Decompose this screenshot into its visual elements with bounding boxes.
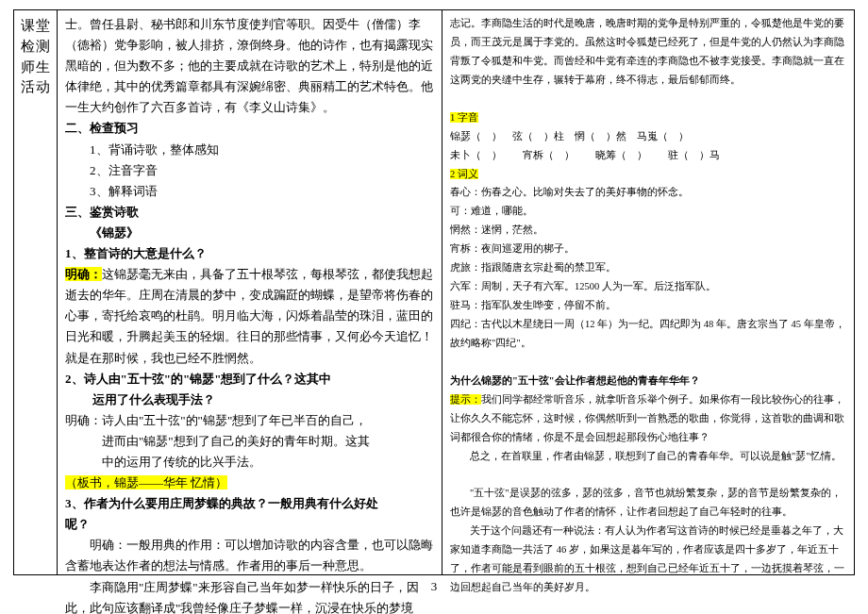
board-note: （板书，锦瑟——华年 忆情）: [65, 473, 434, 493]
label-line-4: 活动: [18, 77, 53, 98]
label-line-2: 检测: [18, 37, 53, 58]
vocab-label: 2 词义: [450, 169, 478, 179]
answer-2-line-2: 进而由"锦瑟"想到了自己的美好的青年时期。这其: [65, 431, 434, 452]
vocab-item-8: 四纪：古代以木星绕日一周（12 年）为一纪。四纪即为 48 年。唐玄宗当了 45…: [450, 315, 846, 353]
phonetics-heading: 1 字音: [450, 108, 846, 127]
hint-paragraph: 提示：我们同学都经常听音乐，就拿听音乐举个例子。如果你有一段比较伤心的往事，让你…: [450, 390, 846, 447]
phonetics-line-1: 锦瑟（ ） 弦（ ）柱 惘（ ）然 马嵬（ ）: [450, 127, 846, 146]
teacher-content-column: 士。曾任县尉、秘书郎和川东节度使判官等职。因受牛（僧儒）李（德裕）党争影响，被人…: [58, 10, 442, 574]
vocab-item-5: 虎旅：指跟随唐玄宗赴蜀的禁卫军。: [450, 258, 846, 277]
hint-label: 提示：: [450, 394, 481, 405]
explain-para-2: 关于这个问题还有一种说法：有人认为作者写这首诗的时候已经是垂暮之年了，大家知道李…: [450, 522, 846, 597]
vocab-heading: 2 词义: [450, 165, 846, 184]
question-3-line-2: 呢？: [65, 514, 434, 535]
section-3-heading: 三、鉴赏诗歌: [65, 202, 434, 223]
board-note-text: （板书，锦瑟——华年 忆情）: [65, 475, 227, 490]
section-2-heading: 二、检查预习: [65, 118, 434, 139]
answer-2-line-3: 中的运用了传统的比兴手法。: [65, 452, 434, 473]
question-3-line-1: 3、作者为什么要用庄周梦蝶的典故？一般用典有什么好处: [65, 493, 434, 514]
poem-title: 《锦瑟》: [65, 223, 434, 243]
vocab-item-6: 六军：周制，天子有六军。12500 人为一军。后泛指军队。: [450, 277, 846, 296]
section-2-item-2: 2、注音字音: [65, 160, 434, 181]
context-paragraph: 志记。李商隐生活的时代是晚唐，晚唐时期的党争是特别严重的，令狐楚他是牛党的要员，…: [450, 14, 846, 90]
phonetics-line-2: 未卜（ ） 宵柝（ ） 晓筹（ ） 驻（ ）马: [450, 146, 846, 165]
section-2-item-3: 3、解释词语: [65, 181, 434, 202]
vocab-item-7: 驻马：指军队发生哗变，停留不前。: [450, 296, 846, 315]
answer-1-body: 这锦瑟毫无来由，具备了五十根琴弦，每根琴弦，都使我想起逝去的华年。庄周在清晨的梦…: [65, 267, 433, 364]
vocab-item-3: 惘然：迷惘，茫然。: [450, 221, 846, 240]
summary-line: 总之，在首联里，作者由锦瑟，联想到了自己的青春年华。可以说是触"瑟"忆情。: [450, 447, 846, 466]
lesson-table: 课堂 检测 师生 活动 士。曾任县尉、秘书郎和川东节度使判官等职。因受牛（僧儒）…: [13, 9, 855, 575]
label-line-1: 课堂: [18, 16, 53, 37]
answer-2-line-1: 明确：诗人由"五十弦"的"锦瑟"想到了年已半百的自己，: [65, 410, 434, 431]
explain-para-1: "五十弦"是误瑟的弦多，瑟的弦多，音节也就纷繁复杂，瑟的音节是纷繁复杂的，也许是…: [450, 484, 846, 522]
answer-1-label: 明确：: [65, 267, 102, 281]
student-content-column: 志记。李商隐生活的时代是晚唐，晚唐时期的党争是特别严重的，令狐楚他是牛党的要员，…: [442, 10, 854, 574]
vocab-item-2: 可：难道，哪能。: [450, 202, 846, 221]
intro-paragraph: 士。曾任县尉、秘书郎和川东节度使判官等职。因受牛（僧儒）李（德裕）党争影响，被人…: [65, 14, 434, 118]
label-line-3: 师生: [18, 58, 53, 78]
section-2-item-1: 1、背诵诗歌，整体感知: [65, 140, 434, 160]
question-1: 1、整首诗的大意是什么？: [65, 243, 434, 264]
question-2-line-1: 2、诗人由"五十弦"的"锦瑟"想到了什么？这其中: [65, 369, 434, 390]
answer-3-para-2: 李商隐用"庄周梦蝶"来形容自己当年如梦一样快乐的日子，因此，此句应该翻译成"我曾…: [65, 577, 434, 614]
row-label-cell: 课堂 检测 师生 活动: [14, 10, 58, 574]
vocab-item-1: 春心：伤春之心。比喻对失去了的美好事物的怀念。: [450, 183, 846, 202]
vocab-item-4: 宵柝：夜间巡逻用的梆子。: [450, 240, 846, 258]
hint-body: 我们同学都经常听音乐，就拿听音乐举个例子。如果你有一段比较伤心的往事，让你久久不…: [450, 394, 844, 442]
answer-3-para-1: 明确：一般用典的作用：可以增加诗歌的内容含量，也可以隐晦含蓄地表达作者的想法与情…: [65, 535, 434, 576]
question-2-line-2: 运用了什么表现手法？: [65, 390, 434, 410]
phonetics-label: 1 字音: [450, 112, 478, 123]
answer-1: 明确：这锦瑟毫无来由，具备了五十根琴弦，每根琴弦，都使我想起逝去的华年。庄周在清…: [65, 264, 434, 368]
discussion-question: 为什么锦瑟的"五十弦"会让作者想起他的青春年华年？: [450, 372, 846, 390]
